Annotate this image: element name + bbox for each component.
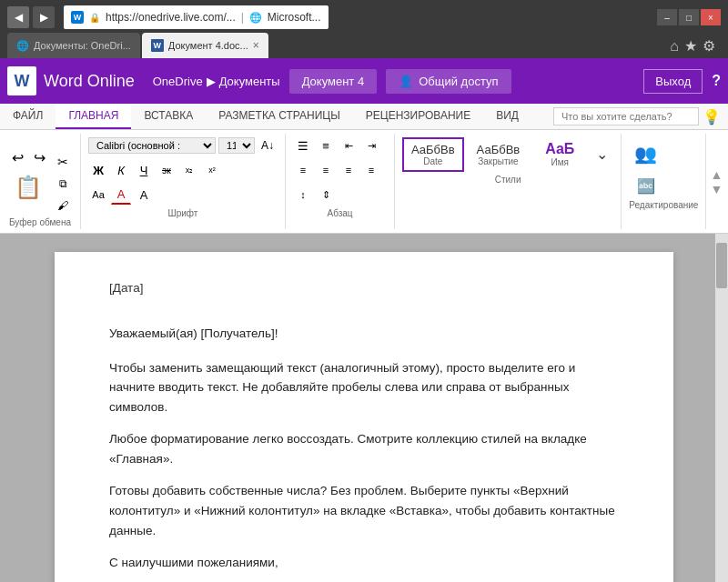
ribbon-search-input[interactable] <box>553 107 699 125</box>
ribbon-group-styles: АаБбВв Date АаБбВв Закрытие АаБ Имя ⌄ Ст… <box>395 134 622 229</box>
style-name-label: Имя <box>541 157 578 167</box>
find-button[interactable]: 👥 <box>629 139 662 168</box>
superscript-button[interactable]: x² <box>202 160 222 180</box>
doc-page: [Дата] Уважаемый(ая) [Получатель]! Чтобы… <box>55 252 673 582</box>
doc-scrollbar[interactable] <box>715 234 728 582</box>
font-size-select[interactable]: 11 <box>218 137 255 154</box>
doc-para2[interactable]: Любое форматирование легко воссоздать. С… <box>109 429 619 468</box>
ribbon-content: ↩ ↪ 📋 ✂ ⧉ 🖌 Буфер обмена <box>0 130 728 233</box>
styles-expand-button[interactable]: ⌄ <box>591 142 613 166</box>
strikethrough-button[interactable]: зк <box>157 160 177 180</box>
style-date-sample: АаБбВв <box>411 143 455 156</box>
style-closing-sample: АаБбВв <box>477 143 521 156</box>
settings-icon[interactable]: ⚙ <box>703 37 715 55</box>
font-size-decrease-button[interactable]: A↓ <box>258 135 278 156</box>
breadcrumb-docs[interactable]: Документы <box>219 75 280 88</box>
tab-insert[interactable]: ВСТАВКА <box>131 104 206 129</box>
doc-para3[interactable]: Готовы добавить собственные числа? Без п… <box>109 481 619 540</box>
help-button[interactable]: ? <box>712 73 721 89</box>
address-text: https://onedrive.live.com/... <box>106 11 236 24</box>
tab-close-icon[interactable]: × <box>253 39 259 52</box>
italic-button[interactable]: К <box>111 160 131 180</box>
breadcrumb-separator: ▶ <box>207 75 216 88</box>
doc-area[interactable]: [Дата] Уважаемый(ая) [Получатель]! Чтобы… <box>0 234 728 582</box>
bullet-list-button[interactable]: ☰ <box>293 135 313 156</box>
ribbon: ФАЙЛ ГЛАВНАЯ ВСТАВКА РАЗМЕТКА СТРАНИЦЫ Р… <box>0 104 728 234</box>
font-group-label: Шрифт <box>88 208 278 218</box>
ribbon-scroll[interactable]: ▲▼ <box>706 134 726 229</box>
redo-button[interactable]: ↪ <box>29 147 49 167</box>
justify-button[interactable]: ≡ <box>361 160 381 180</box>
close-button[interactable]: × <box>701 9 721 25</box>
undo-button[interactable]: ↩ <box>7 147 27 167</box>
back-button[interactable]: ◀ <box>7 6 29 28</box>
ie-favicon: 🌐 <box>249 12 262 24</box>
align-center-button[interactable]: ≡ <box>316 160 336 180</box>
address-separator: | <box>241 11 244 24</box>
style-name[interactable]: АаБ Имя <box>532 135 587 173</box>
tab-document4[interactable]: W Документ 4.doc... × <box>142 33 268 58</box>
breadcrumb-onedrive[interactable]: OneDrive <box>153 75 203 88</box>
underline-button[interactable]: Ч <box>134 160 154 180</box>
doc-closing[interactable]: С наилучшими пожеланиями, <box>109 553 619 573</box>
exit-button[interactable]: Выход <box>643 69 703 94</box>
font-name-select[interactable]: Calibri (основной : <box>88 137 216 154</box>
maximize-button[interactable]: □ <box>679 9 699 25</box>
ribbon-group-clipboard: ↩ ↪ 📋 ✂ ⧉ 🖌 Буфер обмена <box>0 134 81 229</box>
increase-indent-button[interactable]: ⇥ <box>361 135 381 156</box>
align-left-button[interactable]: ≡ <box>293 160 313 180</box>
bold-button[interactable]: Ж <box>88 160 108 180</box>
tab-review[interactable]: РЕЦЕНЗИРОВАНИЕ <box>353 104 483 129</box>
home-icon[interactable]: ⌂ <box>670 38 679 55</box>
word-app: W Word Online OneDrive ▶ Документы Докум… <box>0 58 728 582</box>
list-row: ☰ ≡ ⇤ ⇥ <box>293 135 381 156</box>
replace-button[interactable]: 🔤 <box>632 174 661 198</box>
address-bar[interactable]: W 🔒 https://onedrive.live.com/... | 🌐 Mi… <box>64 5 329 29</box>
doc-name-tab[interactable]: Документ 4 <box>289 69 378 94</box>
doc-greeting[interactable]: Уважаемый(ая) [Получатель]! <box>109 325 619 343</box>
tab-view[interactable]: ВИД <box>483 104 531 129</box>
topbar-right: Выход ? <box>643 69 721 94</box>
clear-format-button[interactable]: Аа <box>88 185 108 205</box>
tab-documents-label: Документы: OneDri... <box>34 40 131 51</box>
word-tab-favicon: W <box>151 39 164 52</box>
subscript-button[interactable]: x₂ <box>179 160 199 180</box>
copy-button[interactable]: ⧉ <box>53 174 73 194</box>
styles-grid: АаБбВв Date АаБбВв Закрытие АаБ Имя ⌄ <box>402 135 613 173</box>
decrease-indent-button[interactable]: ⇤ <box>339 135 359 156</box>
ribbon-group-font: Calibri (основной : 11 A↓ Ж К Ч зк x₂ x² <box>81 134 286 229</box>
font-color-button[interactable]: A <box>111 185 131 205</box>
align-right-button[interactable]: ≡ <box>339 160 359 180</box>
para-spacing-button[interactable]: ⇕ <box>316 185 336 205</box>
find-icon: 👥 <box>634 143 657 165</box>
highlight-button[interactable]: A <box>134 185 154 205</box>
ribbon-group-edit: 👥 🔤 Редактирование <box>622 134 706 229</box>
align-row: ≡ ≡ ≡ ≡ <box>293 160 381 180</box>
replace-icon: 🔤 <box>637 177 655 195</box>
format-painter-button[interactable]: 🖌 <box>53 196 73 216</box>
forward-button[interactable]: ▶ <box>33 6 55 28</box>
doc-para1[interactable]: Чтобы заменить замещающий текст (аналоги… <box>109 358 619 417</box>
tab-home[interactable]: ГЛАВНАЯ <box>56 104 131 129</box>
word-favicon: W <box>71 11 84 24</box>
share-button[interactable]: 👤 Общий доступ <box>386 69 511 94</box>
spacing-row: ↕ ⇕ <box>293 185 381 205</box>
style-date[interactable]: АаБбВв Date <box>402 137 464 172</box>
lock-icon: 🔒 <box>89 13 100 23</box>
line-spacing-button[interactable]: ↕ <box>293 185 313 205</box>
numbered-list-button[interactable]: ≡ <box>316 135 336 156</box>
word-app-title: Word Online <box>44 72 135 91</box>
favorites-icon[interactable]: ★ <box>684 37 697 55</box>
cut-button[interactable]: ✂ <box>53 152 73 172</box>
style-closing[interactable]: АаБбВв Закрытие <box>468 137 530 172</box>
minimize-button[interactable]: – <box>657 9 677 25</box>
tab-layout[interactable]: РАЗМЕТКА СТРАНИЦЫ <box>206 104 353 129</box>
ribbon-tabs: ФАЙЛ ГЛАВНАЯ ВСТАВКА РАЗМЕТКА СТРАНИЦЫ Р… <box>0 104 728 130</box>
paste-button[interactable]: 📋 <box>9 171 47 204</box>
ribbon-group-paragraph: ☰ ≡ ⇤ ⇥ ≡ ≡ ≡ ≡ ↕ ⇕ <box>286 134 395 229</box>
tab-file[interactable]: ФАЙЛ <box>0 104 56 129</box>
style-name-sample: АаБ <box>541 141 578 157</box>
doc-date[interactable]: [Дата] <box>109 279 619 297</box>
tab-documents[interactable]: 🌐 Документы: OneDri... <box>7 33 140 58</box>
doc-scrollbar-thumb[interactable] <box>716 243 727 288</box>
